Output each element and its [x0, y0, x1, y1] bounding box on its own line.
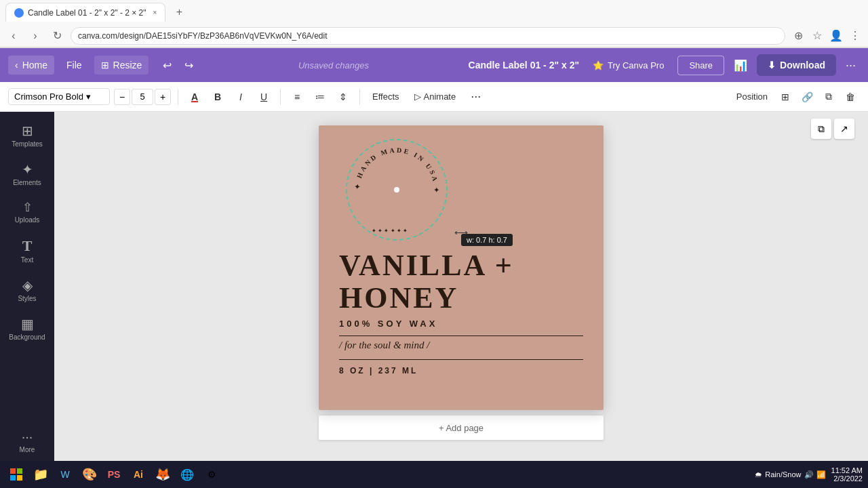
- url-text: canva.com/design/DAE15siYbFY/BzP36AB6nVq…: [78, 31, 328, 41]
- bookmark-btn[interactable]: ☆: [810, 28, 825, 43]
- back-btn[interactable]: ‹: [5, 28, 22, 44]
- sidebar-item-text-label: Text: [21, 256, 33, 264]
- grid-btn[interactable]: ⊞: [776, 87, 795, 106]
- divider-top: [339, 336, 583, 336]
- tagline-text[interactable]: / for the soul & mind /: [339, 340, 429, 351]
- browser-menu-btn[interactable]: ⋮: [848, 28, 863, 43]
- sidebar-item-more-label: More: [20, 446, 35, 453]
- tab-favicon: [14, 8, 24, 18]
- taskbar-app-7[interactable]: ⚙: [201, 464, 222, 485]
- add-page-bar[interactable]: + Add page: [319, 415, 604, 440]
- sidebar-item-background-label: Background: [9, 333, 45, 341]
- italic-btn[interactable]: I: [231, 87, 250, 106]
- sidebar-item-text[interactable]: T Text: [3, 232, 51, 269]
- elements-icon: ✦: [22, 161, 33, 178]
- sidebar-item-background[interactable]: ▦ Background: [3, 310, 51, 346]
- taskbar-app-4[interactable]: Ai: [127, 464, 149, 485]
- bold-btn[interactable]: B: [208, 87, 227, 106]
- taskbar-app-1[interactable]: W: [54, 464, 76, 485]
- weight-text[interactable]: 8 OZ | 237 ML: [339, 366, 418, 375]
- external-link-btn[interactable]: ↗: [834, 119, 854, 139]
- dimension-value: w: 0.7 h: 0.7: [467, 236, 507, 244]
- sidebar-item-more[interactable]: ··· More: [3, 424, 51, 459]
- resize-button[interactable]: ⊞ Resize: [94, 56, 149, 75]
- underline-btn[interactable]: U: [254, 87, 273, 106]
- sidebar: ⊞ Templates ✦ Elements ⇧ Uploads T Text …: [0, 112, 54, 464]
- undo-button[interactable]: ↩: [157, 55, 177, 75]
- circle-text-element[interactable]: ✦ HAND MADE IN USA ✦ ✦ ✦ ✦ ✦ ✦ ✦: [346, 139, 454, 247]
- background-icon: ▦: [21, 316, 34, 332]
- taskbar: 📁 W 🎨 PS Ai 🦊 🌐 ⚙ 🌧 Rain/Snow 🔊 📶 11:52 …: [0, 461, 868, 488]
- unsaved-status: Unsaved changes: [204, 60, 462, 70]
- redo-button[interactable]: ↪: [178, 55, 199, 75]
- spacing-btn[interactable]: ⇕: [334, 87, 353, 106]
- font-size-control: − +: [114, 89, 171, 105]
- sidebar-item-elements[interactable]: ✦ Elements: [3, 156, 51, 192]
- network-icon: 📶: [816, 470, 826, 479]
- taskbar-system-icons: 🌧 Rain/Snow 🔊 📶: [755, 470, 825, 479]
- font-size-decrease-btn[interactable]: −: [114, 89, 130, 105]
- time-text: 11:52 AM: [831, 466, 863, 474]
- taskbar-explorer[interactable]: 📁: [30, 464, 52, 485]
- sidebar-item-uploads[interactable]: ⇧ Uploads: [3, 195, 51, 229]
- more-icon: ···: [22, 429, 33, 445]
- sidebar-item-elements-label: Elements: [13, 179, 41, 186]
- taskbar-app-2[interactable]: 🎨: [79, 464, 100, 485]
- main-title-block[interactable]: VANILLA + HONEY: [339, 251, 514, 315]
- list-icon: ≔: [315, 92, 325, 102]
- file-button[interactable]: File: [60, 56, 89, 75]
- copy-btn[interactable]: ⧉: [819, 87, 838, 106]
- taskbar-app-chrome[interactable]: 🌐: [176, 464, 198, 485]
- chevron-left-icon: ‹: [15, 60, 18, 70]
- undo-redo-group: ↩ ↪: [157, 55, 199, 75]
- link-btn[interactable]: 🔗: [797, 87, 816, 106]
- copy-canvas-btn[interactable]: ⧉: [811, 119, 831, 139]
- home-button[interactable]: ‹ Home: [8, 56, 54, 75]
- divider-1: [178, 89, 178, 105]
- profile-btn[interactable]: 👤: [829, 28, 844, 43]
- toolbar-more-btn[interactable]: ···: [465, 87, 486, 106]
- start-button[interactable]: [5, 464, 27, 485]
- grid-icon: ⊞: [781, 92, 789, 102]
- subtitle-text[interactable]: 100% SOY WAX: [339, 319, 437, 329]
- tab-close-btn[interactable]: ×: [153, 9, 157, 16]
- more-options-button[interactable]: ···: [842, 54, 860, 77]
- extensions-btn[interactable]: ⊕: [791, 28, 806, 43]
- sidebar-item-uploads-label: Uploads: [15, 216, 40, 224]
- animate-label: Animate: [424, 92, 456, 102]
- sidebar-item-templates[interactable]: ⊞ Templates: [3, 117, 51, 153]
- font-size-increase-btn[interactable]: +: [155, 89, 171, 105]
- divider-3: [359, 89, 360, 105]
- taskbar-right: 🌧 Rain/Snow 🔊 📶 11:52 AM 2/3/2022: [755, 466, 863, 483]
- uploads-icon: ⇧: [22, 200, 33, 215]
- font-size-input[interactable]: [132, 89, 153, 105]
- app-container: ‹ Home File ⊞ Resize ↩ ↪ Unsaved changes…: [0, 48, 868, 488]
- analytics-button[interactable]: 📊: [730, 55, 751, 76]
- position-button[interactable]: Position: [731, 89, 773, 104]
- download-button[interactable]: ⬇ Download: [757, 54, 836, 76]
- taskbar-app-3[interactable]: PS: [103, 464, 125, 485]
- delete-btn[interactable]: 🗑: [841, 87, 860, 106]
- try-pro-button[interactable]: ⭐ Try Canva Pro: [585, 56, 672, 75]
- refresh-btn[interactable]: ↻: [49, 28, 65, 44]
- text-color-btn[interactable]: A: [185, 87, 204, 106]
- canvas-area[interactable]: ⧉ ↗ ✦ HAND MADE I: [54, 112, 868, 464]
- new-tab-btn[interactable]: +: [171, 4, 187, 20]
- taskbar-app-5[interactable]: 🦊: [152, 464, 174, 485]
- forward-btn[interactable]: ›: [27, 28, 43, 44]
- add-page-label: + Add page: [439, 423, 484, 433]
- italic-icon: I: [239, 92, 242, 102]
- list-btn[interactable]: ≔: [311, 87, 330, 106]
- chevron-down-icon: ▾: [86, 92, 91, 102]
- animate-button[interactable]: ▷ Animate: [409, 89, 462, 104]
- align-btn[interactable]: ≡: [288, 87, 307, 106]
- browser-tab[interactable]: Candle Label 01 - 2" x 2" - 2 × 2" ×: [5, 3, 165, 22]
- toolbar: Crimson Pro Bold ▾ − + A B I U ≡ ≔ ⇕: [0, 82, 868, 112]
- sidebar-item-styles[interactable]: ◈ Styles: [3, 272, 51, 308]
- effects-button[interactable]: Effects: [367, 89, 405, 104]
- font-selector[interactable]: Crimson Pro Bold ▾: [8, 88, 110, 105]
- sidebar-item-templates-label: Templates: [12, 140, 43, 148]
- share-button[interactable]: Share: [677, 56, 724, 75]
- address-bar[interactable]: canva.com/design/DAE15siYbFY/BzP36AB6nVq…: [71, 27, 785, 45]
- underline-icon: U: [260, 92, 267, 102]
